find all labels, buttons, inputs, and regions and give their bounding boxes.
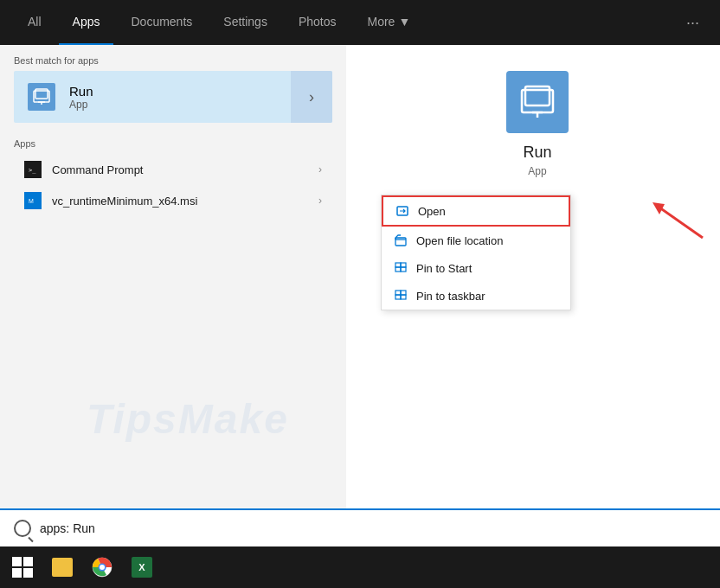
best-match-item[interactable]: Run App › bbox=[14, 71, 332, 123]
context-menu: Open Open file location bbox=[381, 195, 571, 310]
msi-chevron: › bbox=[318, 195, 322, 207]
apps-section: Apps >_ Command Prompt › bbox=[0, 130, 346, 220]
right-panel: Run App Open bbox=[346, 45, 720, 546]
watermark: TipsMake bbox=[87, 395, 289, 443]
svg-rect-8 bbox=[522, 90, 553, 112]
list-item-cmd[interactable]: >_ Command Prompt › bbox=[14, 154, 332, 185]
tab-photos[interactable]: Photos bbox=[285, 0, 350, 45]
context-item-pin-taskbar[interactable]: Pin to taskbar bbox=[382, 282, 570, 310]
open-file-location-icon bbox=[394, 233, 408, 247]
context-item-open-file-location[interactable]: Open file location bbox=[382, 227, 570, 254]
chrome-button[interactable] bbox=[83, 548, 121, 586]
start-menu: All Apps Documents Settings Photos More … bbox=[0, 0, 720, 546]
svg-rect-15 bbox=[401, 263, 406, 267]
best-match-label: Best match for apps bbox=[14, 55, 332, 66]
search-input[interactable] bbox=[40, 521, 706, 535]
tab-documents[interactable]: Documents bbox=[117, 0, 206, 45]
pin-start-icon bbox=[394, 261, 408, 275]
more-options-button[interactable]: ··· bbox=[679, 10, 706, 35]
tab-all[interactable]: All bbox=[14, 0, 55, 45]
svg-rect-14 bbox=[395, 263, 401, 267]
svg-line-22 bbox=[659, 208, 703, 238]
tab-apps[interactable]: Apps bbox=[59, 0, 114, 45]
chrome-icon bbox=[92, 557, 112, 578]
tab-more[interactable]: More ▼ bbox=[353, 0, 424, 45]
search-bar bbox=[0, 508, 720, 546]
run-icon-image bbox=[28, 83, 55, 111]
context-item-pin-start[interactable]: Pin to Start bbox=[382, 254, 570, 282]
context-open-file-location-label: Open file location bbox=[416, 234, 503, 247]
file-explorer-icon bbox=[52, 558, 73, 577]
best-match-section: Best match for apps bbox=[0, 45, 346, 130]
right-app-name: Run bbox=[523, 144, 551, 162]
svg-text:M: M bbox=[29, 198, 34, 204]
svg-point-27 bbox=[100, 565, 105, 570]
apps-list: >_ Command Prompt › M vc bbox=[14, 154, 332, 216]
svg-rect-17 bbox=[401, 267, 406, 272]
cmd-chevron: › bbox=[318, 163, 322, 176]
excel-icon: X bbox=[132, 557, 152, 578]
tab-bar: All Apps Documents Settings Photos More … bbox=[0, 0, 720, 45]
list-item-msi[interactable]: M vc_runtimeMinimum_x64.msi › bbox=[14, 185, 332, 216]
svg-rect-16 bbox=[395, 267, 401, 272]
run-svg-icon bbox=[31, 86, 52, 107]
file-explorer-button[interactable] bbox=[43, 548, 81, 586]
best-match-info: Run App bbox=[14, 71, 291, 123]
excel-button[interactable]: X bbox=[123, 548, 161, 586]
search-icon bbox=[14, 520, 31, 537]
best-match-arrow-button[interactable]: › bbox=[291, 71, 332, 123]
cmd-name: Command Prompt bbox=[52, 163, 308, 176]
tab-settings[interactable]: Settings bbox=[209, 0, 281, 45]
start-button[interactable] bbox=[3, 548, 42, 586]
pin-taskbar-icon bbox=[394, 289, 408, 303]
windows-logo-icon bbox=[12, 557, 33, 578]
right-app-icon bbox=[506, 71, 569, 133]
svg-rect-21 bbox=[401, 295, 406, 299]
taskbar: X bbox=[0, 546, 720, 588]
best-match-type: App bbox=[69, 99, 93, 111]
context-pin-taskbar-label: Pin to taskbar bbox=[416, 290, 485, 303]
left-panel: Best match for apps bbox=[0, 45, 346, 546]
apps-section-label: Apps bbox=[14, 138, 332, 149]
main-area: Best match for apps bbox=[0, 45, 720, 546]
cmd-icon: >_ bbox=[24, 161, 42, 178]
right-app-type: App bbox=[528, 165, 546, 177]
msi-icon: M bbox=[24, 192, 42, 209]
svg-text:>_: >_ bbox=[29, 167, 36, 174]
open-icon bbox=[395, 204, 409, 218]
msi-name: vc_runtimeMinimum_x64.msi bbox=[52, 195, 308, 208]
svg-rect-19 bbox=[401, 291, 406, 295]
svg-rect-18 bbox=[395, 291, 401, 295]
red-arrow-annotation bbox=[642, 190, 711, 242]
context-item-open[interactable]: Open bbox=[382, 195, 570, 227]
svg-rect-20 bbox=[395, 295, 401, 299]
run-icon bbox=[24, 80, 59, 114]
svg-marker-23 bbox=[652, 202, 665, 214]
best-match-name: Run bbox=[69, 84, 93, 99]
best-match-text: Run App bbox=[69, 84, 93, 111]
context-open-label: Open bbox=[418, 205, 446, 218]
context-pin-start-label: Pin to Start bbox=[416, 262, 472, 275]
